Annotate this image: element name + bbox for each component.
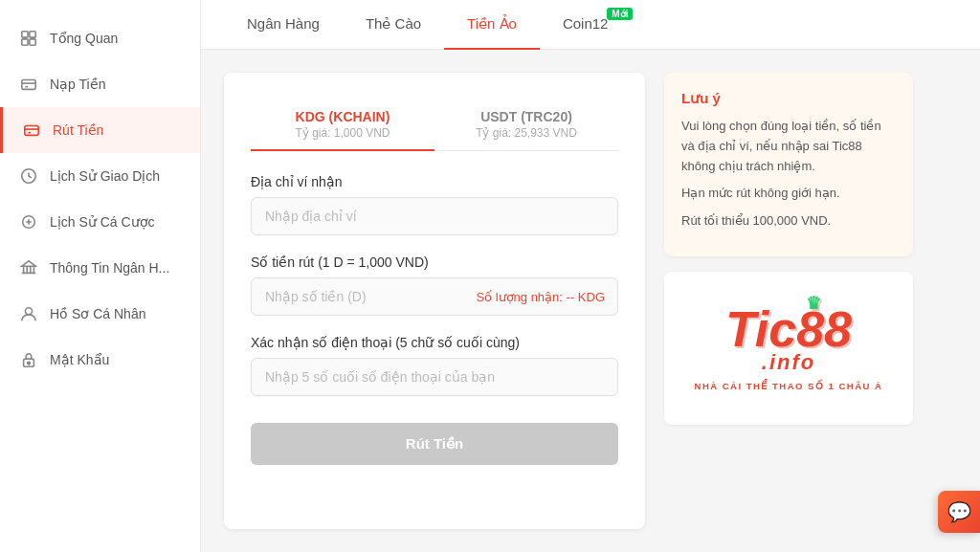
sidebar-item-thong-tin-ngan-hang[interactable]: Thông Tin Ngân H... (0, 245, 200, 291)
notice-line-0: Vui lòng chọn đúng loại tiền, số tiền và… (681, 117, 896, 176)
notice-card: Lưu ý Vui lòng chọn đúng loại tiền, số t… (664, 73, 913, 256)
sidebar-item-lich-su-ca-cuoc-label: Lịch Sử Cá Cược (50, 214, 155, 230)
grid-icon (19, 29, 38, 48)
withdrawal-form-card: KDG (KCHAIN) Tỷ giá: 1,000 VND USDT (TRC… (224, 73, 645, 529)
phone-label: Xác nhận số điện thoại (5 chữ số cuối cù… (251, 335, 618, 350)
atm-icon (19, 75, 38, 94)
sidebar-item-ho-so-ca-nhan-label: Hồ Sơ Cá Nhân (50, 306, 145, 321)
sidebar-item-ho-so-ca-nhan[interactable]: Hồ Sơ Cá Nhân (0, 291, 200, 337)
wallet-input[interactable] (251, 197, 618, 235)
tab-ngan-hang[interactable]: Ngân Hàng (224, 0, 343, 50)
wallet-label: Địa chỉ ví nhận (251, 174, 618, 189)
crown-icon: ♛ (806, 295, 821, 312)
notice-title: Lưu ý (681, 90, 896, 107)
new-badge: Mới (607, 8, 633, 20)
svg-rect-1 (30, 32, 35, 37)
history-icon (19, 166, 38, 186)
user-icon (19, 304, 38, 323)
currency-tab-bar: KDG (KCHAIN) Tỷ giá: 1,000 VND USDT (TRC… (251, 99, 618, 151)
currency-tab-kdg[interactable]: KDG (KCHAIN) Tỷ giá: 1,000 VND (251, 99, 434, 151)
logo-slogan: NHÀ CÁI THỂ THAO SỐ 1 CHÂU Á (695, 381, 883, 391)
sidebar-item-nap-tien[interactable]: Nạp Tiền (0, 61, 200, 107)
sidebar-item-rut-tien-label: Rút Tiền (53, 122, 103, 138)
main-content: Ngân Hàng Thẻ Cào Tiền Ảo Coin12 Mới KDG… (201, 0, 980, 552)
sidebar-item-lich-su-ca-cuoc[interactable]: Lịch Sử Cá Cược (0, 199, 200, 245)
amount-wrapper: Số lượng nhận: -- KDG (251, 277, 618, 316)
svg-rect-3 (30, 39, 35, 45)
amount-label: Số tiền rút (1 D = 1,000 VND) (251, 254, 618, 270)
float-chat-button[interactable]: 💬 (938, 491, 980, 533)
bank-icon (19, 258, 38, 277)
logo-88-text: ♛ 88 (796, 304, 852, 354)
sidebar-item-lich-su-giao-dich-label: Lịch Sử Giao Dịch (50, 168, 160, 184)
sidebar-item-mat-khau[interactable]: Mật Khẩu (0, 337, 200, 383)
tab-coin12[interactable]: Coin12 Mới (540, 0, 632, 50)
wallet-field-group: Địa chỉ ví nhận (251, 174, 618, 235)
bet-icon (19, 212, 38, 232)
phone-field-group: Xác nhận số điện thoại (5 chữ số cuối cù… (251, 335, 618, 396)
sidebar-item-mat-khau-label: Mật Khẩu (50, 352, 109, 367)
svg-rect-4 (22, 80, 35, 90)
phone-input[interactable] (251, 358, 618, 396)
submit-button[interactable]: Rút Tiền (251, 423, 618, 465)
sidebar-item-tong-quan-label: Tổng Quan (50, 31, 118, 46)
lock-icon (19, 350, 38, 369)
logo-main-row: Tic ♛ 88 (725, 304, 852, 354)
sidebar: Tổng Quan Nạp Tiền Rút Tiền (0, 0, 201, 552)
logo-card: Tic ♛ 88 .info NHÀ CÁI THỂ THAO SỐ 1 CHÂ… (664, 272, 913, 425)
withdraw-icon (22, 121, 41, 140)
tab-bar: Ngân Hàng Thẻ Cào Tiền Ảo Coin12 Mới (201, 0, 980, 50)
svg-rect-5 (25, 126, 38, 136)
sidebar-item-thong-tin-ngan-hang-label: Thông Tin Ngân H... (50, 260, 169, 276)
currency-tab-usdt[interactable]: USDT (TRC20) Tỷ giá: 25,933 VND (434, 99, 618, 150)
svg-rect-0 (22, 32, 28, 37)
right-panel: Lưu ý Vui lòng chọn đúng loại tiền, số t… (664, 73, 913, 529)
tab-tien-ao[interactable]: Tiền Ảo (444, 0, 540, 50)
sidebar-item-nap-tien-label: Nạp Tiền (50, 77, 105, 92)
notice-line-2: Rút tối thiểu 100,000 VND. (681, 211, 896, 232)
sidebar-item-lich-su-giao-dich[interactable]: Lịch Sử Giao Dịch (0, 153, 200, 199)
amount-field-group: Số tiền rút (1 D = 1,000 VND) Số lượng n… (251, 254, 618, 316)
svg-point-10 (28, 362, 31, 364)
svg-rect-2 (22, 39, 28, 45)
chat-icon: 💬 (947, 500, 971, 523)
sidebar-item-tong-quan[interactable]: Tổng Quan (0, 15, 200, 61)
tic88-logo: Tic ♛ 88 .info NHÀ CÁI THỂ THAO SỐ 1 CHÂ… (683, 304, 894, 391)
amount-input[interactable] (251, 277, 618, 316)
sidebar-item-rut-tien[interactable]: Rút Tiền (0, 107, 200, 153)
logo-tic-text: Tic (725, 304, 796, 354)
tab-the-cao[interactable]: Thẻ Cào (343, 0, 444, 50)
notice-line-1: Hạn mức rút không giới hạn. (681, 184, 896, 204)
svg-point-8 (25, 308, 32, 315)
content-area: KDG (KCHAIN) Tỷ giá: 1,000 VND USDT (TRC… (201, 50, 980, 552)
